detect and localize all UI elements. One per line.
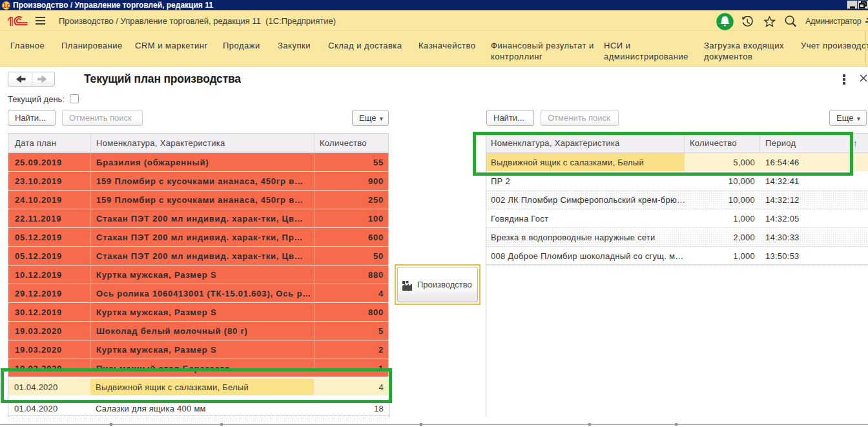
svg-text:1с: 1с bbox=[3, 2, 10, 9]
